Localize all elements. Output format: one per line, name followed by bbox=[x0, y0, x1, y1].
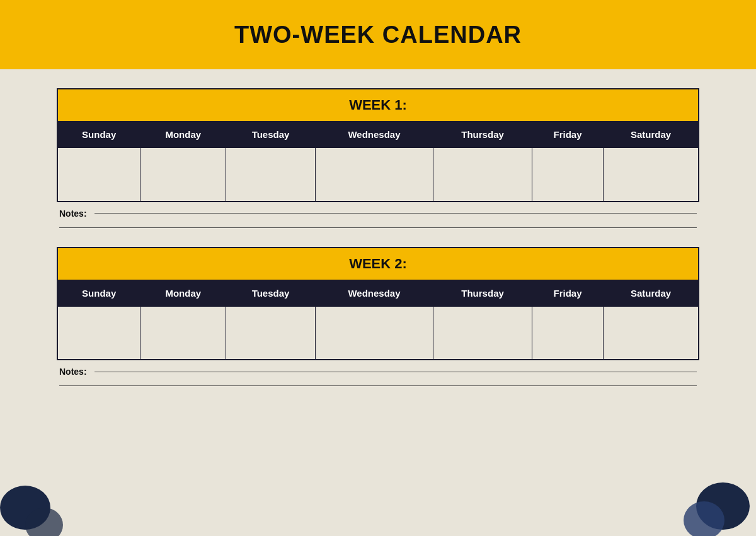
week1-monday-cell[interactable] bbox=[140, 148, 226, 202]
week2-notes-label: Notes: bbox=[59, 367, 87, 377]
week2-label: WEEK 2: bbox=[57, 248, 699, 280]
week2-table: WEEK 2: Sunday Monday Tuesday Wednesday … bbox=[57, 247, 699, 361]
week1-friday-header: Friday bbox=[532, 122, 604, 148]
week2-tuesday-header: Tuesday bbox=[226, 280, 316, 306]
page-header: TWO-WEEK CALENDAR bbox=[0, 0, 756, 69]
page-title: TWO-WEEK CALENDAR bbox=[234, 21, 522, 48]
week1-label: WEEK 1: bbox=[57, 89, 699, 122]
week1-thursday-cell[interactable] bbox=[433, 148, 532, 202]
week1-monday-header: Monday bbox=[140, 122, 226, 148]
week2-day-headers: Sunday Monday Tuesday Wednesday Thursday… bbox=[57, 280, 699, 306]
week2-saturday-header: Saturday bbox=[604, 280, 699, 306]
deco-bottom-right bbox=[687, 479, 756, 536]
week2-thursday-cell[interactable] bbox=[433, 306, 532, 360]
week2-notes-row: Notes: bbox=[59, 367, 697, 377]
week1-notes-row: Notes: bbox=[59, 208, 697, 219]
week1-tuesday-header: Tuesday bbox=[226, 122, 316, 148]
week2-saturday-cell[interactable] bbox=[604, 306, 699, 360]
week2-monday-cell[interactable] bbox=[140, 306, 226, 360]
week1-saturday-header: Saturday bbox=[604, 122, 699, 148]
week2-notes-line bbox=[94, 372, 697, 372]
week2-thursday-header: Thursday bbox=[433, 280, 532, 306]
week2-monday-header: Monday bbox=[140, 280, 226, 306]
week1-section: WEEK 1: Sunday Monday Tuesday Wednesday … bbox=[57, 88, 699, 228]
week2-wednesday-cell[interactable] bbox=[315, 306, 433, 360]
week2-day-cells bbox=[57, 306, 699, 360]
week1-day-headers: Sunday Monday Tuesday Wednesday Thursday… bbox=[57, 122, 699, 148]
week1-wednesday-header: Wednesday bbox=[315, 122, 433, 148]
week2-header-row: WEEK 2: bbox=[57, 248, 699, 280]
week1-friday-cell[interactable] bbox=[532, 148, 604, 202]
week1-sunday-header: Sunday bbox=[57, 122, 140, 148]
week1-thursday-header: Thursday bbox=[433, 122, 532, 148]
week1-table: WEEK 1: Sunday Monday Tuesday Wednesday … bbox=[57, 88, 699, 202]
week1-notes-blank-line bbox=[59, 227, 697, 228]
week2-section: WEEK 2: Sunday Monday Tuesday Wednesday … bbox=[57, 247, 699, 387]
week1-tuesday-cell[interactable] bbox=[226, 148, 316, 202]
week2-friday-cell[interactable] bbox=[532, 306, 604, 360]
deco-circle-4 bbox=[684, 501, 724, 536]
week1-notes: Notes: bbox=[57, 208, 699, 228]
deco-bottom-left bbox=[0, 486, 63, 536]
week2-tuesday-cell[interactable] bbox=[226, 306, 316, 360]
week2-wednesday-header: Wednesday bbox=[315, 280, 433, 306]
week2-notes-blank-line bbox=[59, 385, 697, 386]
week1-day-cells bbox=[57, 148, 699, 202]
week1-saturday-cell[interactable] bbox=[604, 148, 699, 202]
week2-notes: Notes: bbox=[57, 367, 699, 386]
week1-header-row: WEEK 1: bbox=[57, 89, 699, 122]
week1-notes-label: Notes: bbox=[59, 208, 87, 219]
deco-circle-2 bbox=[25, 508, 63, 536]
week2-sunday-cell[interactable] bbox=[57, 306, 140, 360]
week1-sunday-cell[interactable] bbox=[57, 148, 140, 202]
week2-sunday-header: Sunday bbox=[57, 280, 140, 306]
week1-wednesday-cell[interactable] bbox=[315, 148, 433, 202]
week2-friday-header: Friday bbox=[532, 280, 604, 306]
week1-notes-line bbox=[94, 213, 697, 214]
main-content: WEEK 1: Sunday Monday Tuesday Wednesday … bbox=[0, 69, 756, 418]
